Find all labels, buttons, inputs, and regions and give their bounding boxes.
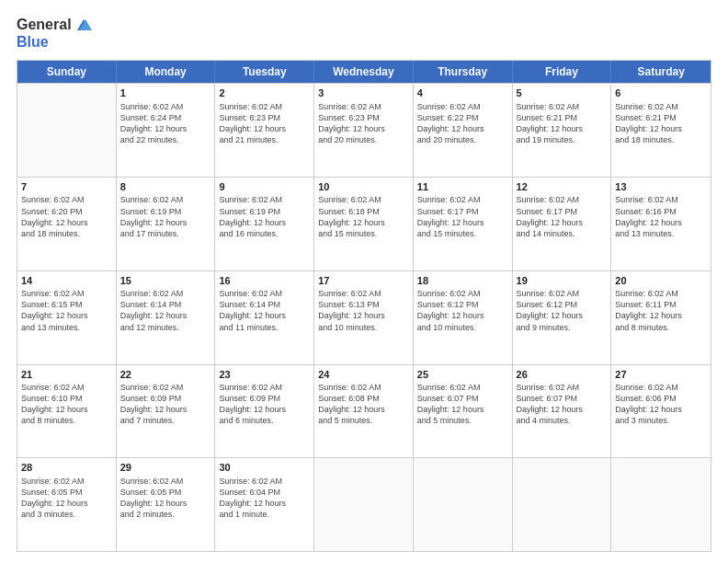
calendar-cell: 17Sunrise: 6:02 AM Sunset: 6:13 PM Dayli… [314,271,414,364]
day-number: 1 [120,86,211,99]
weekday-header: Sunday [17,61,117,83]
calendar: SundayMondayTuesdayWednesdayThursdayFrid… [17,60,711,552]
day-info: Sunrise: 6:02 AM Sunset: 6:16 PM Dayligh… [615,194,707,239]
day-number: 29 [120,461,211,474]
calendar-cell: 26Sunrise: 6:02 AM Sunset: 6:07 PM Dayli… [513,365,612,458]
day-info: Sunrise: 6:02 AM Sunset: 6:08 PM Dayligh… [318,382,409,427]
day-number: 19 [517,274,608,287]
day-info: Sunrise: 6:02 AM Sunset: 6:21 PM Dayligh… [517,101,608,146]
calendar-cell: 24Sunrise: 6:02 AM Sunset: 6:08 PM Dayli… [314,365,414,458]
day-number: 21 [21,368,112,381]
calendar-cell: 28Sunrise: 6:02 AM Sunset: 6:05 PM Dayli… [17,458,117,551]
calendar-cell: 16Sunrise: 6:02 AM Sunset: 6:14 PM Dayli… [215,271,314,364]
day-number: 18 [417,274,508,287]
day-number: 2 [219,86,310,99]
logo-blue: Blue [17,34,49,50]
day-info: Sunrise: 6:02 AM Sunset: 6:07 PM Dayligh… [517,382,608,427]
day-info: Sunrise: 6:02 AM Sunset: 6:07 PM Dayligh… [417,382,508,427]
day-number: 14 [21,274,112,287]
day-number: 20 [615,274,707,287]
calendar-cell [611,458,711,551]
day-info: Sunrise: 6:02 AM Sunset: 6:21 PM Dayligh… [615,101,707,146]
calendar-cell [513,458,612,551]
day-info: Sunrise: 6:02 AM Sunset: 6:15 PM Dayligh… [21,288,112,333]
day-info: Sunrise: 6:02 AM Sunset: 6:09 PM Dayligh… [120,382,211,427]
calendar-row: 28Sunrise: 6:02 AM Sunset: 6:05 PM Dayli… [17,457,711,551]
calendar-row: 21Sunrise: 6:02 AM Sunset: 6:10 PM Dayli… [17,364,711,458]
day-info: Sunrise: 6:02 AM Sunset: 6:22 PM Dayligh… [417,101,508,146]
calendar-cell: 4Sunrise: 6:02 AM Sunset: 6:22 PM Daylig… [414,84,513,177]
day-number: 16 [219,274,310,287]
day-info: Sunrise: 6:02 AM Sunset: 6:09 PM Dayligh… [219,382,310,427]
calendar-cell: 19Sunrise: 6:02 AM Sunset: 6:12 PM Dayli… [513,271,612,364]
day-number: 13 [615,180,707,193]
day-number: 23 [219,368,310,381]
day-info: Sunrise: 6:02 AM Sunset: 6:20 PM Dayligh… [21,194,112,239]
calendar-cell [17,84,117,177]
day-number: 27 [615,368,707,381]
calendar-cell: 10Sunrise: 6:02 AM Sunset: 6:18 PM Dayli… [314,178,414,270]
calendar-cell: 14Sunrise: 6:02 AM Sunset: 6:15 PM Dayli… [17,271,117,364]
calendar-cell: 9Sunrise: 6:02 AM Sunset: 6:19 PM Daylig… [215,178,314,270]
weekday-header: Saturday [611,61,711,83]
calendar-cell: 6Sunrise: 6:02 AM Sunset: 6:21 PM Daylig… [611,84,711,177]
day-info: Sunrise: 6:02 AM Sunset: 6:10 PM Dayligh… [21,382,112,427]
logo-general: General [17,17,72,33]
day-number: 8 [120,180,211,193]
calendar-cell [314,458,414,551]
calendar-cell: 23Sunrise: 6:02 AM Sunset: 6:09 PM Dayli… [215,365,314,458]
day-info: Sunrise: 6:02 AM Sunset: 6:19 PM Dayligh… [219,194,310,239]
logo-icon [74,17,94,32]
calendar-cell: 18Sunrise: 6:02 AM Sunset: 6:12 PM Dayli… [414,271,513,364]
day-number: 30 [219,461,310,474]
weekday-header: Monday [117,61,216,83]
page-header: General Blue [17,17,711,51]
day-info: Sunrise: 6:02 AM Sunset: 6:17 PM Dayligh… [517,194,608,239]
calendar-row: 14Sunrise: 6:02 AM Sunset: 6:15 PM Dayli… [17,270,711,364]
calendar-cell: 15Sunrise: 6:02 AM Sunset: 6:14 PM Dayli… [117,271,216,364]
calendar-cell: 13Sunrise: 6:02 AM Sunset: 6:16 PM Dayli… [611,178,711,270]
day-info: Sunrise: 6:02 AM Sunset: 6:24 PM Dayligh… [120,101,211,146]
day-info: Sunrise: 6:02 AM Sunset: 6:12 PM Dayligh… [417,288,508,333]
day-info: Sunrise: 6:02 AM Sunset: 6:19 PM Dayligh… [120,194,211,239]
calendar-cell: 27Sunrise: 6:02 AM Sunset: 6:06 PM Dayli… [611,365,711,458]
day-number: 7 [21,180,112,193]
calendar-cell: 30Sunrise: 6:02 AM Sunset: 6:04 PM Dayli… [215,458,314,551]
calendar-cell: 1Sunrise: 6:02 AM Sunset: 6:24 PM Daylig… [117,84,216,177]
day-number: 17 [318,274,409,287]
weekday-header: Thursday [414,61,513,83]
calendar-cell [414,458,513,551]
calendar-header: SundayMondayTuesdayWednesdayThursdayFrid… [17,61,711,83]
day-number: 11 [417,180,508,193]
day-info: Sunrise: 6:02 AM Sunset: 6:05 PM Dayligh… [21,476,112,521]
calendar-cell: 8Sunrise: 6:02 AM Sunset: 6:19 PM Daylig… [117,178,216,270]
day-info: Sunrise: 6:02 AM Sunset: 6:17 PM Dayligh… [417,194,508,239]
day-info: Sunrise: 6:02 AM Sunset: 6:14 PM Dayligh… [219,288,310,333]
calendar-cell: 21Sunrise: 6:02 AM Sunset: 6:10 PM Dayli… [17,365,117,458]
calendar-cell: 22Sunrise: 6:02 AM Sunset: 6:09 PM Dayli… [117,365,216,458]
day-number: 9 [219,180,310,193]
day-info: Sunrise: 6:02 AM Sunset: 6:13 PM Dayligh… [318,288,409,333]
weekday-header: Friday [513,61,612,83]
day-info: Sunrise: 6:02 AM Sunset: 6:11 PM Dayligh… [615,288,707,333]
logo: General Blue [17,17,94,51]
day-info: Sunrise: 6:02 AM Sunset: 6:23 PM Dayligh… [318,101,409,146]
day-number: 4 [417,86,508,99]
day-info: Sunrise: 6:02 AM Sunset: 6:23 PM Dayligh… [219,101,310,146]
calendar-cell: 20Sunrise: 6:02 AM Sunset: 6:11 PM Dayli… [611,271,711,364]
weekday-header: Tuesday [215,61,314,83]
day-number: 12 [517,180,608,193]
calendar-cell: 11Sunrise: 6:02 AM Sunset: 6:17 PM Dayli… [414,178,513,270]
day-number: 15 [120,274,211,287]
day-info: Sunrise: 6:02 AM Sunset: 6:04 PM Dayligh… [219,476,310,521]
day-number: 6 [615,86,707,99]
day-number: 26 [517,368,608,381]
calendar-cell: 7Sunrise: 6:02 AM Sunset: 6:20 PM Daylig… [17,178,117,270]
calendar-cell: 25Sunrise: 6:02 AM Sunset: 6:07 PM Dayli… [414,365,513,458]
day-number: 5 [517,86,608,99]
day-number: 22 [120,368,211,381]
day-number: 24 [318,368,409,381]
calendar-cell: 3Sunrise: 6:02 AM Sunset: 6:23 PM Daylig… [314,84,414,177]
calendar-body: 1Sunrise: 6:02 AM Sunset: 6:24 PM Daylig… [17,83,711,551]
day-info: Sunrise: 6:02 AM Sunset: 6:14 PM Dayligh… [120,288,211,333]
